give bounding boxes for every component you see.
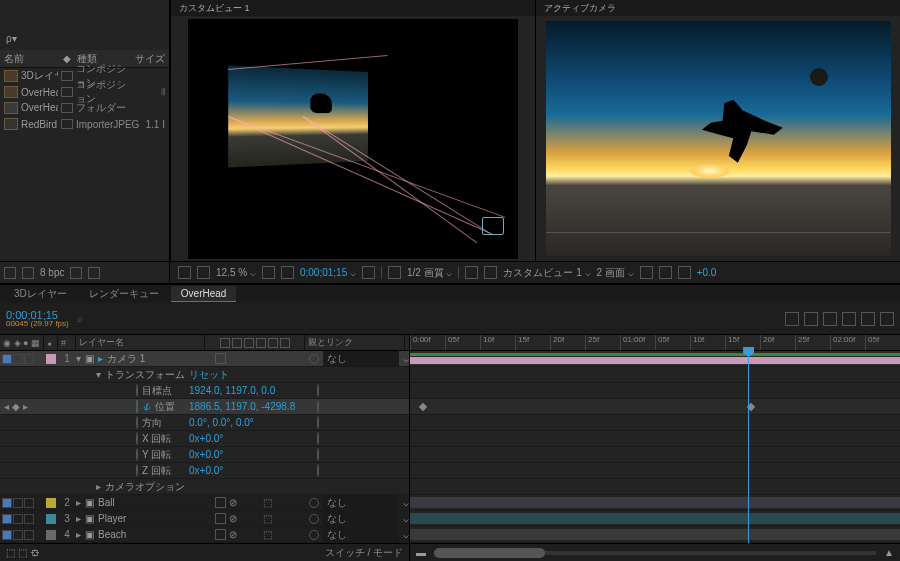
active-camera-stage[interactable]	[536, 16, 900, 261]
layer-row[interactable]: 2▸▣Ball⊘⬚なし⌵	[0, 495, 409, 511]
zoom-dropdown[interactable]: 12.5 %	[216, 267, 256, 278]
stopwatch-icon[interactable]	[136, 416, 138, 429]
property-position[interactable]: ◂◆▸⫝̸ 位置1886.5, 1197.0, -4298.8	[0, 399, 409, 415]
pickwhip-icon[interactable]	[317, 464, 319, 477]
project-footer: 8 bpc	[0, 261, 169, 283]
layer-row[interactable]: 3▸▣Player⊘⬚なし⌵	[0, 511, 409, 527]
project-item[interactable]: OverHea...ヤーフォルダー	[0, 100, 169, 116]
project-search[interactable]: ρ▾	[0, 30, 169, 50]
stopwatch-icon[interactable]	[136, 464, 138, 477]
draft-3d-icon[interactable]	[861, 312, 875, 326]
property-zrot[interactable]: Z 回転0x+0.0°	[0, 463, 409, 479]
pixel-aspect-icon[interactable]	[659, 266, 672, 279]
col-layer-name[interactable]: レイヤー名	[76, 335, 205, 350]
exposure-value[interactable]: +0.0	[697, 267, 717, 278]
fast-preview-icon[interactable]	[678, 266, 691, 279]
sun-glow	[690, 164, 730, 178]
pickwhip-icon[interactable]	[309, 354, 319, 364]
search-icon[interactable]: ⌕	[77, 313, 93, 324]
graph-editor-icon[interactable]	[842, 312, 856, 326]
track-bar[interactable]	[410, 351, 900, 367]
col-parent[interactable]: 親とリンク	[305, 335, 405, 350]
stopwatch-icon[interactable]	[136, 400, 138, 413]
frame-blend-icon[interactable]	[804, 312, 818, 326]
pickwhip-icon[interactable]	[317, 432, 319, 445]
pickwhip-icon[interactable]	[309, 514, 319, 524]
pickwhip-icon[interactable]	[317, 384, 319, 397]
shy-icon[interactable]	[785, 312, 799, 326]
view-opts-icon[interactable]	[640, 266, 653, 279]
time-display[interactable]: 0;00;01;15	[300, 267, 356, 278]
property-group-camera-options[interactable]: ▸カメラオプション	[0, 479, 409, 495]
label-swatch[interactable]	[61, 87, 73, 97]
property-xrot[interactable]: X 回転0x+0.0°	[0, 431, 409, 447]
layer-rows: 1 ▾▣▸カメラ 1 なし⌵ ▾トランスフォーム リセット 目標点1924.0,…	[0, 351, 409, 543]
timeline-tab[interactable]: レンダーキュー	[79, 285, 169, 303]
property-group-transform[interactable]: ▾トランスフォーム リセット	[0, 367, 409, 383]
view-count-dropdown[interactable]: 2 画面	[597, 266, 634, 280]
motion-blur-icon[interactable]	[823, 312, 837, 326]
keyframe-icon[interactable]	[419, 403, 427, 411]
layer-3d-preview[interactable]	[228, 65, 368, 167]
property-orientation[interactable]: 方向0.0°, 0.0°, 0.0°	[0, 415, 409, 431]
view-select-dropdown[interactable]: カスタムビュー 1	[503, 266, 590, 280]
region-icon[interactable]	[465, 266, 478, 279]
new-folder-icon[interactable]	[22, 267, 34, 279]
pickwhip-icon[interactable]	[317, 400, 319, 413]
mask-icon[interactable]	[281, 266, 294, 279]
snapshot-icon[interactable]	[362, 266, 375, 279]
res-icon[interactable]	[262, 266, 275, 279]
timeline-tab-active[interactable]: OverHead	[171, 286, 237, 302]
new-comp-icon[interactable]	[70, 267, 82, 279]
layer-row[interactable]: 4▸▣Beach⊘⬚なし⌵	[0, 527, 409, 543]
pickwhip-icon[interactable]	[309, 498, 319, 508]
channel-icon[interactable]	[388, 266, 401, 279]
switches-mode-label[interactable]: スイッチ / モード	[325, 546, 403, 560]
track-bar[interactable]	[410, 511, 900, 527]
hand-icon[interactable]	[197, 266, 210, 279]
stopwatch-icon[interactable]	[136, 432, 138, 445]
resolution-dropdown[interactable]: 1/2 画質	[407, 266, 452, 280]
folder-icon	[4, 102, 18, 114]
camera-gizmo[interactable]	[482, 217, 504, 235]
track-bar[interactable]	[410, 495, 900, 511]
timeline-zoom-slider[interactable]	[434, 551, 876, 555]
grid-icon[interactable]	[484, 266, 497, 279]
track-spacer	[410, 383, 900, 399]
track-keyframes[interactable]	[410, 399, 900, 415]
zoom-in-icon[interactable]: ▲	[884, 547, 894, 558]
pickwhip-icon[interactable]	[317, 416, 319, 429]
stopwatch-icon[interactable]	[136, 448, 138, 461]
project-item[interactable]: RedBird.jpgImporterJPEG1.1 I	[0, 116, 169, 132]
col-tag[interactable]: ◆	[63, 53, 75, 64]
toggle-switches-icon[interactable]: ⬚ ⬚ ⯐	[6, 547, 40, 558]
timeline-tab[interactable]: 3Dレイヤー	[4, 285, 77, 303]
layer-row-camera[interactable]: 1 ▾▣▸カメラ 1 なし⌵	[0, 351, 409, 367]
property-poi[interactable]: 目標点1924.0, 1197.0, 0.0	[0, 383, 409, 399]
current-time-indicator[interactable]	[748, 351, 749, 543]
label-swatch[interactable]	[61, 103, 73, 113]
col-name[interactable]: 名前	[4, 52, 61, 66]
timeline-track-panel: 0:00f05f10f15f20f25f01:00f05f10f15f20f25…	[410, 335, 900, 561]
label-swatch[interactable]	[61, 119, 73, 129]
interpret-icon[interactable]	[4, 267, 16, 279]
property-yrot[interactable]: Y 回転0x+0.0°	[0, 447, 409, 463]
zoom-out-icon[interactable]: ▬	[416, 547, 426, 558]
tracks-area[interactable]	[410, 351, 900, 543]
col-index: #	[58, 335, 76, 350]
custom-view-stage[interactable]	[171, 16, 535, 261]
bpc-label[interactable]: 8 bpc	[40, 267, 64, 278]
render-icon[interactable]	[880, 312, 894, 326]
comp-icon	[4, 70, 18, 82]
pickwhip-icon[interactable]	[317, 448, 319, 461]
project-item[interactable]: OverHeadコンポジション⫴	[0, 84, 169, 100]
cursor-icon[interactable]	[178, 266, 191, 279]
col-size[interactable]: サイズ	[135, 52, 165, 66]
comp-icon	[4, 86, 18, 98]
stopwatch-icon[interactable]	[136, 384, 138, 397]
trash-icon[interactable]	[88, 267, 100, 279]
track-bar[interactable]	[410, 527, 900, 543]
time-ruler[interactable]: 0:00f05f10f15f20f25f01:00f05f10f15f20f25…	[410, 335, 900, 351]
pickwhip-icon[interactable]	[309, 530, 319, 540]
label-swatch[interactable]	[61, 71, 73, 81]
